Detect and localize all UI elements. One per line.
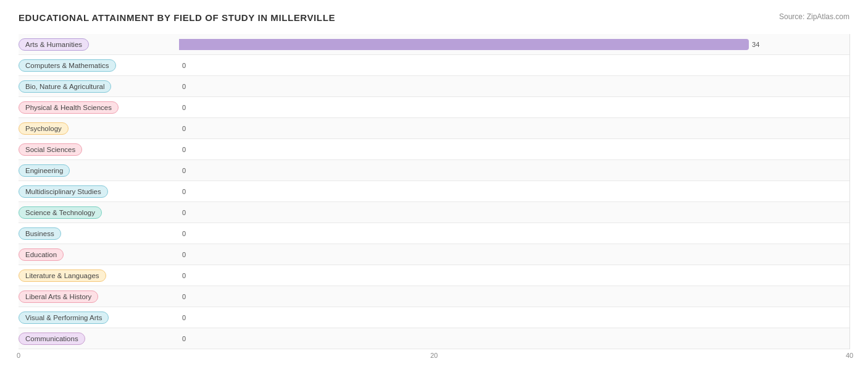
label-pill: Communications [19,333,179,345]
category-label: Psychology [19,122,69,135]
bar-value: 0 [182,125,186,132]
x-axis: 02040 [19,352,849,364]
label-pill: Multidisciplinary Studies [19,185,179,198]
bar-row: Psychology0 [19,118,849,139]
bar-row: Literature & Languages0 [19,265,849,286]
category-label: Business [19,227,61,240]
bar-row: Science & Technology0 [19,202,849,223]
bar-container: 0 [179,206,849,219]
category-label: Education [19,248,64,261]
bar-value: 0 [182,251,186,258]
bar-container: 0 [179,332,849,345]
bar-row: Physical & Health Sciences0 [19,97,849,118]
bar-value: 0 [182,230,186,237]
bar-value: 0 [182,272,186,279]
bar-value: 0 [182,104,186,111]
bar-container: 34 [179,38,849,51]
bar-row: Business0 [19,223,849,244]
bar-row: Bio, Nature & Agricultural0 [19,76,849,97]
bar-value: 34 [752,41,759,48]
label-pill: Bio, Nature & Agricultural [19,80,179,93]
bar-value: 0 [182,335,186,342]
bar-container: 0 [179,227,849,240]
bar-row: Engineering0 [19,160,849,181]
label-pill: Engineering [19,164,179,177]
label-pill: Social Sciences [19,143,179,156]
category-label: Liberal Arts & History [19,290,98,303]
label-pill: Education [19,248,179,261]
bar-container: 0 [179,269,849,282]
label-pill: Physical & Health Sciences [19,101,179,114]
bar-row: Multidisciplinary Studies0 [19,181,849,202]
bar-value: 0 [182,83,186,90]
label-pill: Literature & Languages [19,269,179,282]
grid-line [849,34,850,349]
category-label: Computers & Mathematics [19,59,116,72]
bar-container: 0 [179,311,849,324]
bar-row: Social Sciences0 [19,139,849,160]
bar-container: 0 [179,122,849,135]
bar-value: 0 [182,293,186,300]
label-pill: Business [19,227,179,240]
category-label: Arts & Humanities [19,38,89,51]
category-label: Bio, Nature & Agricultural [19,80,111,93]
x-axis-tick: 0 [17,352,20,359]
label-pill: Liberal Arts & History [19,290,179,303]
bar-container: 0 [179,164,849,177]
bar-row: Computers & Mathematics0 [19,55,849,76]
label-pill: Science & Technology [19,206,179,219]
category-label: Science & Technology [19,206,102,219]
bar-container: 0 [179,80,849,93]
category-label: Literature & Languages [19,269,106,282]
bar-container: 0 [179,101,849,114]
bar-container: 0 [179,59,849,72]
category-label: Multidisciplinary Studies [19,185,108,198]
label-pill: Psychology [19,122,179,135]
bar-row: Education0 [19,244,849,265]
page-container: EDUCATIONAL ATTAINMENT BY FIELD OF STUDY… [19,12,849,364]
source-text: Source: ZipAtlas.com [779,12,849,21]
bar-value: 0 [182,62,186,69]
category-label: Physical & Health Sciences [19,101,119,114]
bar-value: 0 [182,314,186,321]
bar-value: 0 [182,188,186,195]
bar-row: Visual & Performing Arts0 [19,307,849,328]
bar-value: 0 [182,209,186,216]
bar-row: Arts & Humanities34 [19,34,849,55]
chart-header: EDUCATIONAL ATTAINMENT BY FIELD OF STUDY… [19,12,849,23]
bar-container: 0 [179,290,849,303]
label-pill: Computers & Mathematics [19,59,179,72]
category-label: Social Sciences [19,143,82,156]
bar-value: 0 [182,167,186,174]
chart-body: Arts & Humanities34Computers & Mathemati… [19,34,849,349]
bar-container: 0 [179,185,849,198]
bar-container: 0 [179,248,849,261]
x-axis-tick: 40 [846,352,853,359]
category-label: Engineering [19,164,70,177]
chart-title: EDUCATIONAL ATTAINMENT BY FIELD OF STUDY… [19,12,335,23]
bar-value: 0 [182,146,186,153]
category-label: Communications [19,333,85,345]
bar-fill [179,39,749,50]
label-pill: Arts & Humanities [19,38,179,51]
label-pill: Visual & Performing Arts [19,312,179,324]
category-label: Visual & Performing Arts [19,312,109,324]
bar-row: Liberal Arts & History0 [19,286,849,307]
bar-container: 0 [179,143,849,156]
x-axis-tick: 20 [430,352,438,359]
bar-row: Communications0 [19,328,849,349]
bars-container: Arts & Humanities34Computers & Mathemati… [19,34,849,349]
